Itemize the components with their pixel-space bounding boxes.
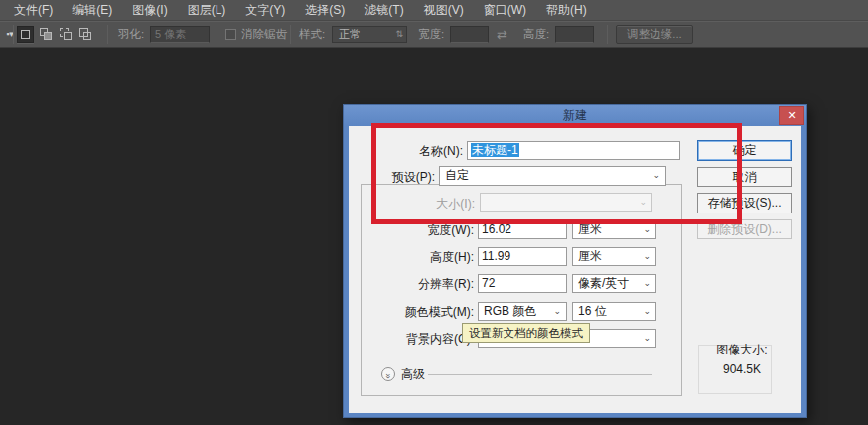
advanced-separator xyxy=(428,374,652,375)
intersect-selection-icon[interactable] xyxy=(77,26,94,43)
advanced-label: 高级 xyxy=(401,366,425,383)
style-value: 正常 xyxy=(339,28,361,40)
subtract-selection-icon[interactable] xyxy=(58,26,74,43)
close-icon[interactable]: ✕ xyxy=(779,106,804,125)
tooltip: 设置新文档的颜色模式 xyxy=(462,323,590,343)
antialias-checkbox[interactable] xyxy=(225,29,236,40)
menu-layer[interactable]: 图层(L) xyxy=(178,0,236,21)
stepper-icon: ⇅ xyxy=(395,27,403,42)
menu-select[interactable]: 选择(S) xyxy=(295,0,355,21)
swap-dimensions-icon[interactable]: ⇄ xyxy=(497,22,507,47)
square-glyph xyxy=(83,32,91,40)
height-label: 高度: xyxy=(523,22,549,47)
color-mode-dropdown[interactable]: RGB 颜色 ⌄ xyxy=(478,302,567,321)
background-label: 背景内容(C): xyxy=(349,331,474,347)
menu-help[interactable]: 帮助(H) xyxy=(536,0,597,21)
menu-edit[interactable]: 编辑(E) xyxy=(63,0,122,21)
chevron-down-icon: ⌄ xyxy=(643,275,651,292)
double-chevron-icon: » xyxy=(382,373,394,378)
bit-depth-dropdown[interactable]: 16 位 ⌄ xyxy=(572,302,656,321)
image-size-value: 904.5K xyxy=(697,362,787,376)
resolution-input[interactable]: 72 xyxy=(478,274,567,293)
dialog-title: 新建 xyxy=(563,108,587,122)
divider xyxy=(13,25,14,44)
tool-preset-dropdown[interactable]: ▪▾ xyxy=(2,22,18,47)
width-input[interactable] xyxy=(450,26,489,43)
menu-bar: 文件(F) 编辑(E) 图像(I) 图层(L) 文字(Y) 选择(S) 滤镜(T… xyxy=(0,0,868,21)
antialias-label: 消除锯齿 xyxy=(241,22,287,47)
new-selection-icon[interactable] xyxy=(17,26,34,43)
menu-window[interactable]: 窗口(W) xyxy=(474,0,536,21)
feather-label: 羽化: xyxy=(118,22,144,47)
resolution-unit-value: 像素/英寸 xyxy=(578,276,629,290)
width-label: 宽度: xyxy=(418,22,444,47)
advanced-expand-button[interactable]: » xyxy=(381,367,395,381)
doc-height-input[interactable]: 11.99 xyxy=(478,247,567,266)
red-highlight-annotation xyxy=(371,123,742,224)
resolution-label: 分辨率(R): xyxy=(349,276,474,292)
square-glyph xyxy=(64,32,72,40)
doc-width-label: 宽度(W): xyxy=(349,222,474,238)
divider xyxy=(107,25,108,44)
style-dropdown[interactable]: 正常 ⇅ xyxy=(332,26,407,43)
chevron-down-icon: ⌄ xyxy=(643,248,651,265)
doc-height-label: 高度(H): xyxy=(349,249,474,265)
height-unit-value: 厘米 xyxy=(578,249,602,263)
menu-type[interactable]: 文字(Y) xyxy=(235,0,295,21)
chevron-down-icon: ⌄ xyxy=(553,303,561,320)
menu-filter[interactable]: 滤镜(T) xyxy=(355,0,413,21)
divider xyxy=(607,25,608,44)
chevron-down-icon: ⌄ xyxy=(643,303,651,320)
width-unit-value: 厘米 xyxy=(578,222,602,236)
color-mode-value: RGB 颜色 xyxy=(484,304,536,318)
square-glyph xyxy=(21,30,30,39)
add-selection-icon[interactable] xyxy=(38,26,55,43)
square-glyph xyxy=(44,32,52,40)
image-size-label: 图像大小: xyxy=(697,342,787,358)
divider xyxy=(290,25,291,44)
bit-depth-value: 16 位 xyxy=(578,304,607,318)
menu-image[interactable]: 图像(I) xyxy=(122,0,177,21)
chevron-down-icon: ⌄ xyxy=(643,330,651,347)
feather-input[interactable]: 5 像素 xyxy=(150,26,210,43)
height-input[interactable] xyxy=(555,26,594,43)
color-mode-label: 颜色模式(M): xyxy=(349,304,474,320)
height-unit-dropdown[interactable]: 厘米 ⌄ xyxy=(572,247,656,266)
menu-file[interactable]: 文件(F) xyxy=(4,0,63,21)
options-bar: ▪▾ 羽化: 5 像素 消除锯齿 样式: 正常 ⇅ 宽度: ⇄ 高度: 调整边缘… xyxy=(0,21,868,48)
menu-view[interactable]: 视图(V) xyxy=(414,0,474,21)
refine-edge-button[interactable]: 调整边缘... xyxy=(616,25,693,44)
style-label: 样式: xyxy=(299,22,325,47)
resolution-unit-dropdown[interactable]: 像素/英寸 ⌄ xyxy=(572,274,656,293)
